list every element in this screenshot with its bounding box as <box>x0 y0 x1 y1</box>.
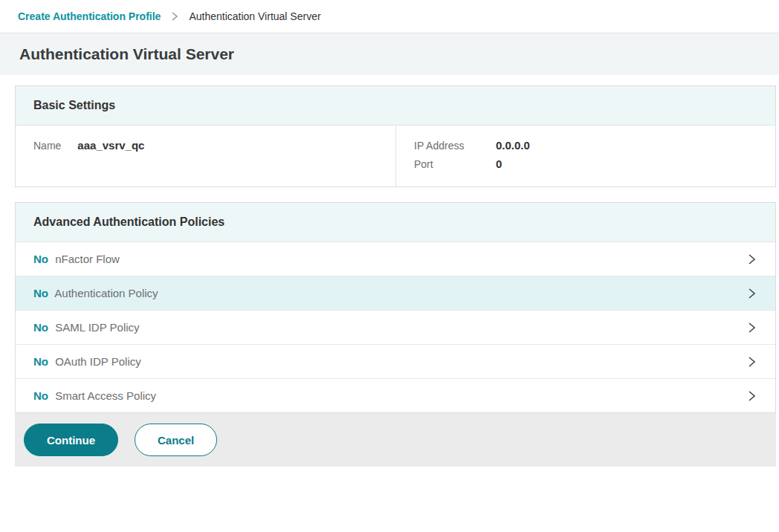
policy-count: No <box>33 253 48 265</box>
policy-row-saml-idp-policy[interactable]: No SAML IDP Policy <box>16 311 775 345</box>
policy-row-nfactor-flow[interactable]: No nFactor Flow <box>16 242 775 276</box>
basic-settings-header: Basic Settings <box>16 86 775 126</box>
policy-count: No <box>33 355 48 368</box>
action-bar: Continue Cancel <box>15 413 776 467</box>
chevron-right-icon[interactable] <box>744 253 759 265</box>
chevron-right-icon[interactable] <box>744 288 759 299</box>
breadcrumb-current-page: Authentication Virtual Server <box>189 10 320 22</box>
name-label: Name <box>33 140 61 152</box>
chevron-right-icon[interactable] <box>744 356 759 368</box>
basic-settings-network-column: IP Address 0.0.0.0 Port 0 <box>395 126 775 186</box>
page-title: Authentication Virtual Server <box>19 45 234 63</box>
policy-count: No <box>33 321 48 334</box>
basic-settings-name-column: Name aaa_vsrv_qc <box>16 126 395 186</box>
cancel-button[interactable]: Cancel <box>135 424 217 456</box>
continue-button[interactable]: Continue <box>24 424 118 456</box>
policy-label: OAuth IDP Policy <box>55 355 141 368</box>
advanced-policies-title: Advanced Authentication Policies <box>33 215 224 228</box>
policy-row-text: No Authentication Policy <box>33 287 158 299</box>
policy-label: Smart Access Policy <box>55 389 156 402</box>
breadcrumb: Create Authentication Profile Authentica… <box>0 0 779 33</box>
basic-settings-title: Basic Settings <box>33 99 115 111</box>
ip-address-value: 0.0.0.0 <box>496 139 757 152</box>
port-label: Port <box>414 158 482 170</box>
chevron-right-icon[interactable] <box>744 322 759 334</box>
policy-row-text: No SAML IDP Policy <box>33 321 140 334</box>
policy-count: No <box>33 287 48 299</box>
policy-label: Authentication Policy <box>54 287 158 299</box>
name-value: aaa_vsrv_qc <box>77 139 144 152</box>
advanced-policies-header: Advanced Authentication Policies <box>16 203 775 242</box>
policy-row-authentication-policy[interactable]: No Authentication Policy <box>16 276 775 311</box>
policy-label: nFactor Flow <box>55 253 120 265</box>
advanced-authentication-policies-card: Advanced Authentication Policies No nFac… <box>15 202 776 413</box>
policy-row-text: No nFactor Flow <box>33 253 120 265</box>
basic-settings-card: Basic Settings Name aaa_vsrv_qc IP Addre… <box>15 85 776 187</box>
breadcrumb-separator-icon <box>171 11 178 22</box>
policy-row-smart-access-policy[interactable]: No Smart Access Policy <box>16 379 775 412</box>
port-value: 0 <box>496 158 757 170</box>
policy-row-text: No OAuth IDP Policy <box>33 355 141 368</box>
chevron-right-icon[interactable] <box>744 390 759 402</box>
basic-settings-body: Name aaa_vsrv_qc IP Address 0.0.0.0 Port… <box>16 126 775 186</box>
breadcrumb-link-create-authentication-profile[interactable]: Create Authentication Profile <box>18 10 161 22</box>
policy-label: SAML IDP Policy <box>55 321 139 334</box>
policy-row-oauth-idp-policy[interactable]: No OAuth IDP Policy <box>16 345 775 379</box>
policy-count: No <box>33 389 48 402</box>
page-title-bar: Authentication Virtual Server <box>0 33 779 75</box>
policy-row-text: No Smart Access Policy <box>33 389 156 402</box>
ip-address-label: IP Address <box>414 140 482 152</box>
